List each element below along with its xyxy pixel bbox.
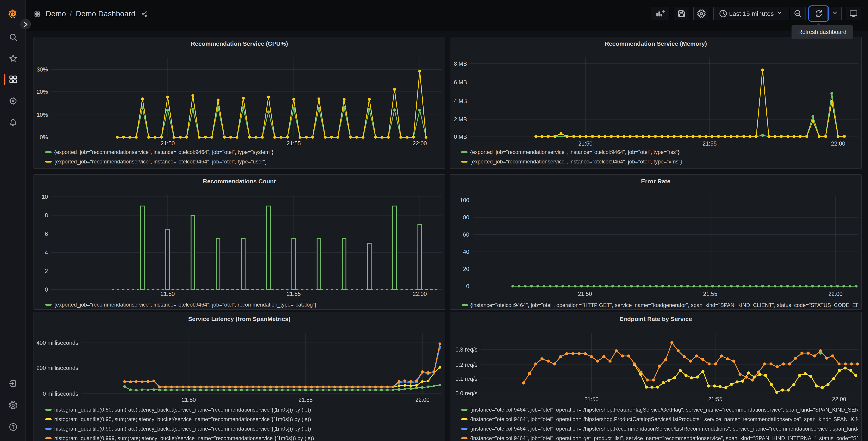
svg-text:80: 80 <box>463 214 469 220</box>
svg-text:21:50: 21:50 <box>585 396 599 402</box>
svg-text:0 MB: 0 MB <box>454 133 467 140</box>
svg-text:21:55: 21:55 <box>298 396 312 403</box>
svg-text:10%: 10% <box>36 111 48 118</box>
svg-text:100: 100 <box>460 197 469 203</box>
svg-text:4: 4 <box>44 249 48 256</box>
svg-text:22:00: 22:00 <box>412 140 427 146</box>
svg-text:8: 8 <box>44 212 48 218</box>
svg-text:400 milliseconds: 400 milliseconds <box>36 340 78 346</box>
svg-text:21:50: 21:50 <box>160 140 175 146</box>
svg-text:0%: 0% <box>40 134 48 140</box>
svg-text:8 MB: 8 MB <box>454 60 467 66</box>
svg-text:6: 6 <box>44 231 48 237</box>
svg-text:22:00: 22:00 <box>828 291 843 297</box>
svg-text:21:50: 21:50 <box>578 291 592 297</box>
svg-text:20: 20 <box>463 266 469 272</box>
svg-text:21:55: 21:55 <box>286 140 301 146</box>
svg-text:21:50: 21:50 <box>182 396 196 403</box>
svg-text:60: 60 <box>463 231 469 238</box>
svg-text:6 MB: 6 MB <box>454 79 467 85</box>
svg-text:200 milliseconds: 200 milliseconds <box>36 364 78 371</box>
svg-text:0.3 req/s: 0.3 req/s <box>456 346 477 352</box>
svg-text:0: 0 <box>466 283 469 289</box>
svg-text:4 MB: 4 MB <box>454 97 467 104</box>
svg-text:21:55: 21:55 <box>286 291 301 297</box>
svg-text:22:00: 22:00 <box>412 291 427 297</box>
svg-text:0.1 req/s: 0.1 req/s <box>456 375 477 382</box>
svg-text:20%: 20% <box>36 88 48 95</box>
svg-text:2: 2 <box>44 268 48 274</box>
svg-text:30%: 30% <box>36 66 48 72</box>
svg-text:0.2 req/s: 0.2 req/s <box>456 361 477 368</box>
svg-text:2 MB: 2 MB <box>454 116 467 122</box>
svg-text:21:55: 21:55 <box>703 291 717 297</box>
svg-text:21:55: 21:55 <box>703 140 717 146</box>
svg-text:0.0 req/s: 0.0 req/s <box>456 390 477 396</box>
svg-text:40: 40 <box>463 248 469 255</box>
svg-text:0: 0 <box>44 286 48 293</box>
svg-text:22:00: 22:00 <box>831 140 845 146</box>
svg-text:21:50: 21:50 <box>578 140 593 146</box>
svg-text:22:00: 22:00 <box>832 396 846 402</box>
svg-text:22:00: 22:00 <box>415 396 430 403</box>
svg-text:10: 10 <box>41 194 48 200</box>
svg-text:21:50: 21:50 <box>160 291 175 297</box>
svg-text:0 milliseconds: 0 milliseconds <box>42 390 78 396</box>
svg-text:21:55: 21:55 <box>708 396 722 402</box>
